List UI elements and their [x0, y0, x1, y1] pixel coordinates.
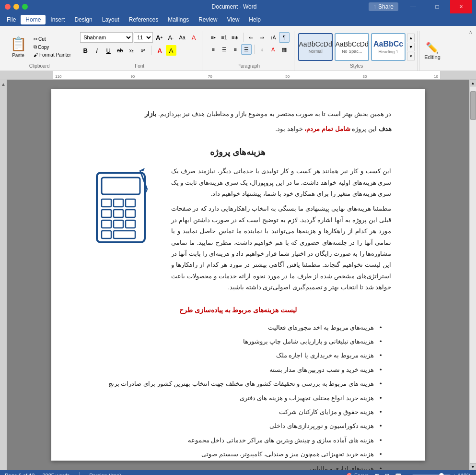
- menu-insert[interactable]: Insert: [46, 15, 70, 24]
- menu-layout[interactable]: Layout: [97, 15, 124, 24]
- decrease-indent-button[interactable]: ⇐: [246, 32, 256, 43]
- title-bar: Document - Word ↑ Share — □ ×: [0, 0, 476, 13]
- bullets-button[interactable]: ≡•: [208, 32, 219, 43]
- view-layout-button[interactable]: ▦: [374, 473, 379, 475]
- menu-home[interactable]: Home: [21, 15, 46, 24]
- borders-button[interactable]: ▦: [279, 44, 290, 55]
- scroll-track[interactable]: [470, 86, 476, 463]
- share-button[interactable]: ↑ Share: [369, 2, 398, 11]
- document-page[interactable]: در همین بخش بهتر است تا به صورت مختصر به…: [51, 89, 425, 461]
- intro-bold-bazar: بازار: [145, 110, 156, 118]
- font-group: Shabnam 11 A+ A- Aa A B I U ab x₂ x² A A: [77, 31, 202, 71]
- svg-rect-1: [102, 178, 140, 194]
- menu-help[interactable]: Help: [244, 15, 266, 24]
- maximize-button[interactable]: □: [426, 0, 448, 13]
- list-item: هزینه های آماده سازی و چینش ویترین های م…: [85, 433, 382, 447]
- style-nospacing-preview: AaBbCcDd: [336, 40, 369, 48]
- list-item: هزینه‌های مربوط به اخذ مجوزهای فعالیت: [85, 321, 382, 334]
- editing-section[interactable]: ✏️ Editing: [419, 31, 445, 71]
- styles-expand[interactable]: ▾: [407, 52, 415, 60]
- style-normal[interactable]: AaBbCcDd Normal: [298, 33, 333, 61]
- list-item: هزینه مربوط به خریداری یا اجاره ملک: [85, 348, 382, 362]
- document-title: Document - Word: [100, 3, 369, 10]
- scroll-down-button[interactable]: ▼: [470, 463, 476, 470]
- line-spacing-button[interactable]: ↕: [257, 44, 267, 55]
- cut-button[interactable]: ✂ Cut: [32, 36, 73, 43]
- zoom-thumb[interactable]: [439, 473, 444, 475]
- zoom-control[interactable]: − + 110%: [407, 473, 471, 475]
- styles-scroll-up[interactable]: ▲: [407, 34, 415, 42]
- zoom-level: 110%: [458, 473, 471, 475]
- change-case-button[interactable]: Aa: [177, 32, 187, 43]
- svg-rect-3: [114, 199, 123, 207]
- page-number: Page 6 of 12: [5, 473, 35, 475]
- shading-button[interactable]: A: [268, 44, 279, 55]
- scroll-left-up[interactable]: ▲: [1, 82, 6, 87]
- superscript-button[interactable]: x²: [138, 45, 148, 56]
- numbering-button[interactable]: ≡1: [219, 32, 230, 43]
- increase-indent-button[interactable]: ⇒: [257, 32, 267, 43]
- italic-button[interactable]: I: [92, 45, 102, 56]
- list-title: لیست هزینه‌های مربوط به پیاده‌سازی طرح: [85, 304, 392, 316]
- menu-design[interactable]: Design: [70, 15, 97, 24]
- content-area: این کسب و کار نیز همانند هر کسب و کار تو…: [85, 166, 392, 297]
- scroll-thumb[interactable]: [470, 91, 476, 120]
- align-left-button[interactable]: ≡: [208, 44, 219, 55]
- style-heading1[interactable]: AaBbCc Heading 1: [371, 33, 406, 61]
- paragraph-group: ≡• ≡1 ≡∗ ⇐ ⇒ ↕A ¶ ≡ ☰ ≡ ☰ ↕ A ▦ Paragrap…: [203, 31, 294, 71]
- menu-references[interactable]: References: [124, 15, 163, 24]
- focus-label[interactable]: 🎯 Focus: [346, 473, 369, 475]
- view-web-button[interactable]: ⊞: [385, 473, 389, 475]
- svg-rect-4: [126, 199, 135, 207]
- copy-button[interactable]: ⧉ Copy: [32, 43, 73, 51]
- format-painter-button[interactable]: 🖌 Format Painter: [32, 51, 73, 59]
- svg-rect-6: [114, 210, 123, 217]
- subscript-button[interactable]: x₂: [126, 45, 137, 56]
- ruler-inner: 110 90 70 50 30 10: [53, 71, 441, 79]
- font-name-select[interactable]: Shabnam: [80, 32, 133, 43]
- font-size-select[interactable]: 11: [134, 32, 153, 43]
- strikethrough-button[interactable]: ab: [115, 45, 125, 56]
- vertical-scrollbar[interactable]: ▲ ▼: [469, 80, 476, 470]
- svg-rect-8: [102, 220, 111, 228]
- bold-button[interactable]: B: [80, 45, 91, 56]
- show-hide-button[interactable]: ¶: [279, 32, 290, 43]
- style-no-spacing[interactable]: AaBbCcDd No Spac...: [335, 33, 369, 61]
- menu-bar: File Home Insert Design Layout Reference…: [0, 13, 476, 26]
- svg-rect-9: [114, 220, 123, 228]
- menu-mailings[interactable]: Mailings: [163, 15, 194, 24]
- styles-scroll-down[interactable]: ▼: [407, 43, 415, 51]
- align-right-button[interactable]: ≡: [230, 44, 241, 55]
- paragraph-label: Paragraph: [203, 63, 294, 69]
- scroll-up-button[interactable]: ▲: [470, 80, 476, 86]
- justify-button[interactable]: ☰: [241, 44, 252, 55]
- list-item: هزینه خرید انواع مختلف تجهیزات و هزینه ه…: [85, 391, 382, 405]
- font-color-button[interactable]: A: [154, 45, 165, 56]
- underline-button[interactable]: U: [103, 45, 114, 56]
- align-center-button[interactable]: ☰: [219, 44, 230, 55]
- multilevel-button[interactable]: ≡∗: [230, 32, 241, 43]
- menu-file[interactable]: File: [2, 15, 21, 24]
- grow-font-button[interactable]: A+: [154, 32, 164, 43]
- clear-format-button[interactable]: A: [188, 32, 199, 43]
- ribbon: 📋 Paste ✂ Cut ⧉ Copy 🖌 Format Painter Cl…: [0, 26, 476, 71]
- ruler: 110 90 70 50 30 10: [0, 71, 476, 80]
- cut-icon: ✂: [34, 36, 37, 42]
- minimize-button[interactable]: —: [402, 0, 424, 13]
- document-scroll[interactable]: در همین بخش بهتر است تا به صورت مختصر به…: [7, 80, 469, 470]
- editing-icon: ✏️: [426, 42, 439, 54]
- svg-rect-7: [126, 210, 135, 217]
- menu-view[interactable]: View: [222, 15, 244, 24]
- menu-review[interactable]: Review: [194, 15, 222, 24]
- list-item: هزینه خرید و نصب دوربین‌های مدار بسته: [85, 363, 382, 377]
- view-read-button[interactable]: 📖: [395, 473, 402, 475]
- zoom-in-button[interactable]: +: [453, 473, 455, 475]
- sort-button[interactable]: ↕A: [268, 32, 279, 43]
- highlight-button[interactable]: A: [166, 45, 176, 56]
- close-button[interactable]: ×: [450, 0, 472, 13]
- paste-button[interactable]: 📋 Paste: [6, 33, 31, 61]
- shrink-font-button[interactable]: A-: [165, 32, 176, 43]
- ribbon-collapse-button[interactable]: ∧: [466, 28, 474, 36]
- list-item: هزینه دکوراسیون و نورپردازی‌های داخلی: [85, 419, 382, 433]
- zoom-out-button[interactable]: −: [407, 473, 410, 475]
